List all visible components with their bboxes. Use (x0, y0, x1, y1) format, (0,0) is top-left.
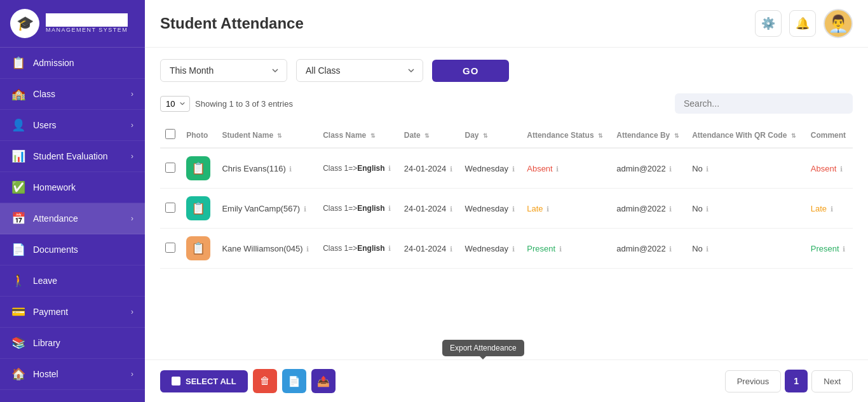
header: Student Attendance ⚙️ 🔔 👨‍💼 (145, 0, 868, 48)
info-icon: ℹ (559, 245, 562, 253)
sidebar-item-student-evaluation[interactable]: 📊 Student Evaluation › (0, 141, 145, 172)
search-input[interactable] (675, 93, 853, 114)
action-buttons: SELECT ALL 🗑 📄 📤 (160, 369, 336, 393)
class-cell: Class 1=>English ℹ (323, 244, 394, 253)
pagination: Previous 1 Next (725, 370, 853, 392)
homework-icon: ✅ (11, 180, 25, 194)
notifications-button[interactable]: 🔔 (789, 10, 816, 37)
documents-icon: 📄 (11, 243, 25, 257)
showing-text: Showing 1 to 3 of 3 entries (195, 99, 293, 109)
col-comment: Comment (806, 123, 853, 148)
attendance-by: admin@2022 (616, 164, 666, 173)
sidebar-item-label: Class (33, 89, 55, 99)
col-attendance-status: Attendance Status ⇅ (522, 123, 611, 148)
day-value: Wednesday (465, 244, 508, 253)
gear-icon: ⚙️ (761, 17, 775, 30)
row-checkbox[interactable] (165, 243, 175, 253)
sidebar-item-leave[interactable]: 🚶 Leave (0, 265, 145, 297)
delete-button[interactable]: 🗑 (253, 369, 277, 393)
sidebar-logo: 🎓 WP SCHOOL MANAGEMENT SYSTEM (0, 0, 145, 48)
sidebar-item-label: Admission (33, 58, 74, 68)
info-icon: ℹ (840, 165, 843, 173)
sidebar-item-admission[interactable]: 📋 Admission (0, 48, 145, 79)
qr-code-value: No (692, 244, 703, 253)
info-icon: ℹ (512, 165, 515, 173)
go-button[interactable]: GO (432, 60, 509, 82)
col-date: Date ⇅ (399, 123, 460, 148)
logo-main-text: WP SCHOOL (46, 13, 128, 27)
avatar[interactable]: 👨‍💼 (824, 9, 853, 38)
student-name: Emily VanCamp(567) (222, 204, 300, 213)
chevron-right-icon: › (131, 214, 133, 223)
bell-icon: 🔔 (796, 17, 810, 30)
select-all-checkbox-icon (172, 377, 180, 385)
info-icon: ℹ (388, 164, 391, 172)
chevron-right-icon: › (131, 152, 133, 161)
export-csv-button[interactable]: 📄 (282, 369, 306, 393)
sidebar-item-users[interactable]: 👤 Users › (0, 110, 145, 141)
evaluation-icon: 📊 (11, 149, 25, 163)
class-cell: Class 1=>English ℹ (323, 204, 394, 213)
sidebar-item-hostel[interactable]: 🏠 Hostel › (0, 359, 145, 390)
trash-icon: 🗑 (260, 375, 270, 387)
info-icon: ℹ (556, 165, 559, 173)
attendance-icon: 📅 (11, 211, 25, 225)
users-icon: 👤 (11, 118, 25, 132)
logo-sub-text: MANAGEMENT SYSTEM (46, 27, 128, 34)
info-icon: ℹ (669, 245, 672, 253)
next-button[interactable]: Next (811, 370, 853, 392)
student-name: Chris Evans(116) (222, 164, 285, 173)
info-icon: ℹ (388, 245, 391, 252)
info-icon: ℹ (669, 165, 672, 173)
sidebar-item-library[interactable]: 📚 Library (0, 328, 145, 359)
student-name: Kane Williamson(045) (222, 244, 302, 253)
attendance-status: Present (527, 244, 555, 253)
sidebar-item-payment[interactable]: 💳 Payment › (0, 297, 145, 328)
sidebar-item-documents[interactable]: 📄 Documents (0, 234, 145, 265)
col-checkbox (160, 123, 181, 148)
col-class-name: Class Name ⇅ (318, 123, 399, 148)
sidebar-item-homework[interactable]: ✅ Homework (0, 172, 145, 203)
class-cell: Class 1=>English ℹ (323, 164, 394, 173)
info-icon: ℹ (831, 205, 833, 213)
admission-icon: 📋 (11, 56, 25, 70)
table-row: 📋 Kane Williamson(045) ℹ Class 1=>Englis… (160, 229, 853, 269)
sidebar-item-class[interactable]: 🏫 Class › (0, 79, 145, 110)
info-icon: ℹ (388, 204, 391, 212)
main-content: Student Attendance ⚙️ 🔔 👨‍💼 This Month L… (145, 0, 868, 402)
payment-icon: 💳 (11, 305, 25, 319)
header-checkbox[interactable] (165, 129, 175, 139)
page-1-button[interactable]: 1 (785, 370, 808, 392)
sidebar-item-label: Attendance (33, 213, 78, 224)
info-icon: ℹ (512, 205, 515, 213)
bottom-row: SELECT ALL 🗑 📄 📤 Export Attendeance Prev… (145, 359, 868, 402)
info-icon: ℹ (843, 245, 845, 253)
day-value: Wednesday (465, 204, 508, 213)
student-photo: 📋 (186, 156, 210, 180)
chevron-right-icon: › (131, 121, 133, 130)
sidebar-item-label: Homework (33, 182, 76, 192)
previous-button[interactable]: Previous (725, 370, 782, 392)
col-student-name: Student Name ⇅ (217, 123, 318, 148)
sidebar-item-attendance[interactable]: 📅 Attendance › (0, 203, 145, 234)
row-checkbox[interactable] (165, 163, 175, 173)
col-photo: Photo (181, 123, 217, 148)
avatar-image: 👨‍💼 (828, 14, 848, 34)
table-row: 📋 Chris Evans(116) ℹ Class 1=>English ℹ (160, 148, 853, 189)
class-filter[interactable]: All Class Class 1 Class 2 Class 3 (296, 59, 423, 82)
select-all-button[interactable]: SELECT ALL (160, 370, 248, 392)
info-icon: ℹ (512, 245, 515, 253)
logo-icon: 🎓 (10, 9, 39, 38)
export-tooltip: Export Attendeance (442, 340, 524, 356)
settings-button[interactable]: ⚙️ (755, 10, 782, 37)
leave-icon: 🚶 (11, 274, 25, 288)
page-title: Student Attendance (160, 15, 304, 32)
row-checkbox[interactable] (165, 203, 175, 213)
sidebar-item-label: Student Evaluation (33, 151, 108, 161)
content-area: This Month Last Month This Year All Clas… (145, 48, 868, 359)
entries-select[interactable]: 10 25 50 (160, 96, 190, 112)
month-filter[interactable]: This Month Last Month This Year (160, 59, 287, 82)
export-attendance-button[interactable]: 📤 (311, 369, 336, 393)
info-icon: ℹ (669, 205, 672, 213)
date-value: 24-01-2024 (404, 164, 447, 173)
